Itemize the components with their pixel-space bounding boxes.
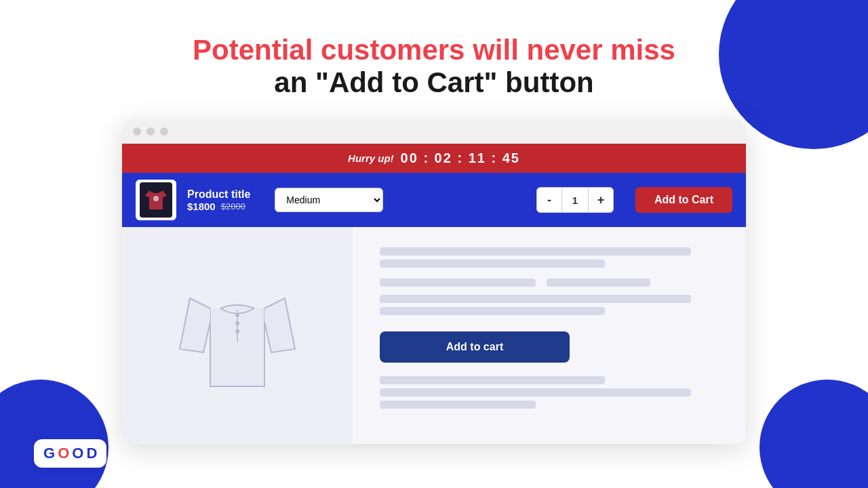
add-to-cart-main-button[interactable]: Add to cart bbox=[380, 331, 570, 363]
skeleton-line-4 bbox=[547, 279, 650, 287]
skeleton-below-group bbox=[380, 376, 726, 409]
logo-letter-g: G bbox=[43, 445, 55, 462]
product-row: Product title $1800 $2000 Small Medium L… bbox=[122, 173, 746, 227]
tshirt-thumbnail-svg bbox=[140, 182, 172, 218]
svg-point-1 bbox=[153, 196, 159, 201]
product-content: Add to cart bbox=[122, 227, 746, 444]
skeleton-line-7 bbox=[380, 376, 605, 384]
product-shirt-svg bbox=[170, 261, 305, 410]
browser-window: Hurry up! 00 : 02 : 11 : 45 Product titl… bbox=[122, 119, 746, 444]
variant-select[interactable]: Small Medium Large XL bbox=[275, 188, 383, 212]
browser-dot-3 bbox=[160, 127, 168, 136]
browser-dot-1 bbox=[133, 127, 141, 136]
svg-point-4 bbox=[235, 321, 239, 325]
skeleton-line-9 bbox=[380, 401, 536, 409]
product-image-area bbox=[122, 227, 353, 444]
skeleton-row-1 bbox=[380, 279, 726, 287]
skeleton-line-6 bbox=[380, 307, 605, 315]
price-row: $1800 $2000 bbox=[187, 201, 250, 212]
sticky-bar: Hurry up! 00 : 02 : 11 : 45 bbox=[122, 144, 746, 173]
variant-dropdown[interactable]: Small Medium Large XL bbox=[275, 188, 383, 212]
product-title-sticky: Product title bbox=[187, 188, 250, 201]
browser-dot-2 bbox=[146, 127, 155, 136]
price-current: $1800 bbox=[187, 201, 216, 212]
logo-letter-o2: O bbox=[72, 445, 83, 462]
main-content: Potential customers will never miss an "… bbox=[0, 0, 868, 444]
timer-display: 00 : 02 : 11 : 45 bbox=[401, 150, 520, 166]
logo-letter-o1: O bbox=[58, 445, 69, 462]
headline-line2: an "Add to Cart" button bbox=[193, 66, 675, 99]
headline-line1: Potential customers will never miss bbox=[193, 34, 675, 66]
svg-point-3 bbox=[235, 313, 239, 317]
logo-container: G O O D bbox=[34, 439, 106, 468]
skeleton-desc-group bbox=[380, 295, 726, 315]
skeleton-line-8 bbox=[380, 388, 691, 396]
logo-box: G O O D bbox=[34, 439, 106, 468]
add-to-cart-sticky-button[interactable]: Add to Cart bbox=[635, 187, 732, 213]
qty-plus-button[interactable]: + bbox=[589, 188, 613, 212]
quantity-control: - 1 + bbox=[536, 187, 614, 213]
timer-section: Hurry up! 00 : 02 : 11 : 45 bbox=[136, 150, 732, 166]
skeleton-title-group bbox=[380, 247, 726, 268]
skeleton-line-2 bbox=[380, 260, 605, 268]
qty-value: 1 bbox=[561, 188, 589, 212]
skeleton-line-5 bbox=[380, 295, 691, 303]
price-original: $2000 bbox=[221, 201, 245, 211]
browser-chrome bbox=[122, 119, 746, 144]
logo-letter-d: D bbox=[86, 445, 97, 462]
product-thumbnail bbox=[136, 180, 176, 220]
svg-point-5 bbox=[235, 329, 239, 333]
skeleton-line-1 bbox=[380, 247, 691, 256]
product-desc-area: Add to cart bbox=[353, 227, 746, 444]
headline: Potential customers will never miss an "… bbox=[193, 34, 675, 99]
qty-minus-button[interactable]: - bbox=[537, 188, 561, 212]
product-info: Product title $1800 $2000 bbox=[187, 188, 250, 212]
skeleton-line-3 bbox=[380, 279, 536, 287]
hurry-label: Hurry up! bbox=[348, 152, 394, 164]
